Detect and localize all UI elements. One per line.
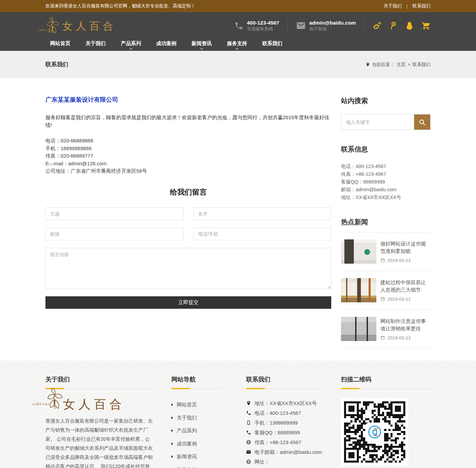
nav-item-support[interactable]: 服务支持 (227, 40, 247, 51)
news-item[interactable]: 做好网站设计这些规范准则要知晓 2019-03-12 (341, 232, 431, 271)
search-button[interactable] (414, 114, 430, 130)
calendar-icon (380, 335, 385, 340)
site-footer: 关于我们 LADY LILI 女人百合 香港女人百合服装有限公司是一家集自己研发… (0, 361, 476, 468)
breadcrumb-bar: 联系我们 当前位置： 主页 > 联系我们 (0, 51, 476, 78)
triangle-bullet-icon (171, 429, 173, 432)
nav-item-news[interactable]: 新闻资讯 (192, 40, 212, 51)
footer-nav-cases[interactable]: 成功案例 (171, 437, 229, 450)
email-field[interactable] (45, 228, 183, 240)
logo-brand-text: 女人百合 (62, 21, 116, 35)
company-detail-mobile: 手机：18899889888 (45, 145, 331, 153)
breadcrumb-separator: > (408, 62, 410, 67)
cart-icon[interactable] (421, 21, 431, 30)
footer-nav-news[interactable]: 新闻资讯 (171, 450, 229, 463)
chevron-down-icon (200, 48, 203, 50)
page-title: 联系我们 (45, 61, 68, 68)
breadcrumb-home-link[interactable]: 主页 (397, 62, 406, 68)
contact-info-section: 联系信息 电话：400-123-4567 传真：+86-123-4567 客服Q… (341, 145, 431, 201)
main-content: 广东某某服装设计有限公司 服务好顾客是我们的宗旨，顾客的需求就是我们的最大追求！… (0, 78, 476, 361)
news-item[interactable]: 网站制作注意这些事项让营销效果更佳 2019-03-12 (341, 310, 431, 348)
heading-accent (171, 389, 229, 389)
logo-subtext: LADY LILI (38, 29, 52, 31)
weibo-icon[interactable] (372, 21, 381, 30)
breadcrumb-label: 当前位置： (372, 62, 395, 68)
search-input[interactable] (341, 114, 414, 130)
main-nav: 网站首页 关于我们 产品系列 成功案例 新闻资讯 服务支持 联系我们 (45, 35, 431, 51)
lily-flower-icon (45, 388, 64, 410)
news-thumbnail (341, 278, 376, 302)
nav-item-cases[interactable]: 成功案例 (156, 40, 176, 51)
hot-news-title: 热点新闻 (341, 218, 431, 227)
site-header: LADY LILI 女人百合 400-123-4567 全国服务热线 (0, 12, 476, 51)
submit-button[interactable]: 立即提交 (45, 296, 331, 309)
footer-nav-about[interactable]: 关于我们 (171, 411, 229, 425)
header-email-address: admin@baidu.com (309, 20, 356, 26)
location-pin-icon (246, 401, 251, 406)
subject-field[interactable] (45, 207, 183, 220)
header-email-block: admin@baidu.com 电子邮箱 (296, 20, 356, 32)
company-details: 电话：020-66889888 手机：18899889888 传真：020-66… (45, 137, 331, 175)
header-divider (364, 20, 364, 32)
triangle-bullet-icon (171, 442, 173, 445)
message-field[interactable] (45, 248, 331, 289)
site-search-title: 站内搜索 (341, 96, 431, 105)
sidebar: 站内搜索 联系信息 电话：400-123-4567 传真：+86-123-456… (341, 96, 431, 348)
phone-icon (246, 430, 251, 435)
name-field[interactable] (194, 207, 332, 220)
qr-center-logo (366, 423, 383, 441)
topbar-link-separator: | (406, 4, 408, 9)
footer-contact-mobile: 手机：1388889999 (246, 418, 324, 428)
company-name: 广东某某服装设计有限公司 (45, 96, 331, 104)
search-box (341, 114, 431, 130)
nav-item-home[interactable]: 网站首页 (50, 40, 70, 51)
company-detail-fax: 传真：020-66889777 (45, 152, 331, 160)
welcome-text: 欢迎来到香港女人百合服装有限公司官网，貂绒大衣专业批发、高端定制！ (45, 3, 196, 9)
pin-balloon-icon[interactable] (389, 21, 398, 30)
calendar-icon (380, 258, 385, 263)
contact-line-fax: 传真：+86-123-4567 (341, 170, 431, 178)
envelope-icon (246, 449, 251, 455)
footer-nav-products[interactable]: 产品系列 (171, 424, 229, 437)
contact-info-title: 联系信息 (341, 145, 431, 154)
message-form-title: 给我们留言 (45, 187, 331, 197)
envelope-icon (296, 21, 306, 31)
footer-qr-column: 扫描二维码 (341, 375, 431, 466)
footer-nav-support[interactable]: 服务支持 (171, 463, 229, 468)
news-item-date: 2019-03-12 (380, 258, 431, 263)
company-intro: 服务好顾客是我们的宗旨，顾客的需求就是我们的最大追求！欢迎新老客户的光临，愿与您… (45, 114, 331, 129)
company-detail-address: 公司地址：广东省广州市番禺经济开发区58号 (45, 167, 331, 175)
site-logo[interactable]: LADY LILI 女人百合 (45, 16, 116, 35)
footer-contact-qq: 客服QQ：88889999 (246, 428, 324, 437)
news-item[interactable]: 建站过程中很容易让人忽视的三大细节 2019-03-12 (341, 271, 431, 310)
chevron-down-icon (129, 48, 133, 50)
footer-contact-column: 联系我们 地址：XX省XX市XX区XX号 电话：400-123-4567 手机：… (246, 375, 324, 467)
topbar-link-contact[interactable]: 联系我们 (412, 3, 431, 9)
header-email-label: 电子邮箱 (309, 26, 356, 32)
content-column: 广东某某服装设计有限公司 服务好顾客是我们的宗旨，顾客的需求就是我们的最大追求！… (45, 96, 331, 309)
footer-logo: LADY LILI 女人百合 (45, 398, 154, 410)
footer-nav-home[interactable]: 网站首页 (171, 398, 229, 411)
footer-contact-email: 电子邮箱：admin@baidu.com (246, 447, 324, 457)
nav-item-about[interactable]: 关于我们 (86, 40, 106, 51)
news-item-date: 2019-03-12 (380, 335, 431, 340)
contact-line-phone: 电话：400-123-4567 (341, 163, 431, 170)
footer-contact-address: 地址：XX省XX市XX区XX号 (246, 398, 324, 408)
company-detail-email: E—mail：admin@126.com (45, 160, 331, 168)
message-form: 立即提交 (45, 207, 331, 309)
heading-accent (341, 389, 431, 389)
nav-item-contact[interactable]: 联系我们 (262, 40, 282, 51)
globe-icon (246, 459, 251, 464)
contact-line-address: 地址：XX省XX市XX区XX号 (341, 194, 431, 201)
qq-icon[interactable] (405, 21, 414, 30)
footer-nav-title: 网站导航 (171, 375, 229, 383)
topbar-link-about[interactable]: 关于我们 (383, 3, 402, 9)
phone-field[interactable] (194, 228, 332, 240)
lily-flower-icon (45, 16, 60, 35)
footer-contact-website: 网址： (246, 457, 324, 467)
topbar: 欢迎来到香港女人百合服装有限公司官网，貂绒大衣专业批发、高端定制！ 关于我们 |… (0, 0, 476, 12)
nav-item-products[interactable]: 产品系列 (121, 40, 141, 51)
contact-line-email: 邮箱：admin@baidu.com (341, 186, 431, 194)
footer-contact-fax: 传真：+86-123-4567 (246, 437, 324, 447)
qr-code (341, 398, 408, 466)
triangle-bullet-icon (171, 403, 173, 406)
